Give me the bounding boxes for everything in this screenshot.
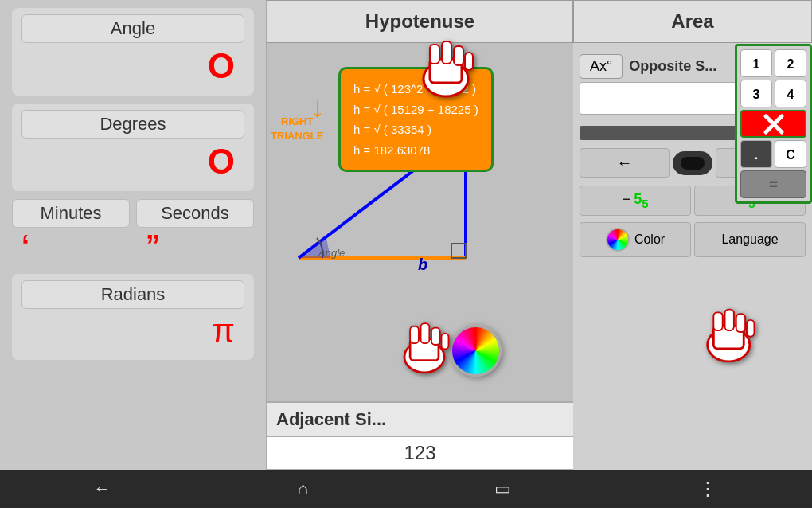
minutes-seconds-row: Minutes ‘ Seconds ” [12,199,254,264]
color-wheel-icon [606,228,630,252]
svg-rect-11 [465,53,473,70]
svg-rect-22 [725,310,734,331]
key-1[interactable]: 1 [740,49,772,77]
home-button[interactable]: ⌂ [298,479,308,499]
key-c[interactable]: C [775,140,806,168]
svg-rect-17 [442,334,449,350]
hand-cursor-bottom [398,318,458,389]
minutes-label[interactable]: Minutes [12,199,130,228]
svg-rect-24 [736,314,745,332]
color-button[interactable]: Color [580,222,691,257]
right-panel: Area 1 2 3 4 . C = [573,0,812,470]
svg-text:Angle: Angle [318,247,345,259]
angle-section: Angle O [12,8,254,96]
radians-label[interactable]: Radians [21,280,244,309]
svg-rect-16 [431,328,440,345]
degrees-section: Degrees O [12,104,254,191]
degrees-value: O [21,139,244,185]
svg-rect-3 [451,244,466,258]
left-panel: Angle O Degrees O Minutes ‘ Seconds ” Ra… [0,0,267,470]
seconds-col: Seconds ” [136,199,254,264]
key-4[interactable]: 4 [775,80,806,107]
formula-line3: h = √ ( 33354 ) [353,119,478,140]
decrement-button[interactable]: − 55 [580,186,691,216]
dec-value: 55 [634,191,648,207]
minus-icon: − [622,191,630,207]
opposite-label: Opposite S... [629,58,716,75]
degrees-label[interactable]: Degrees [21,110,244,139]
svg-text:b: b [418,256,427,273]
hand-cursor-right [701,303,764,378]
svg-rect-23 [713,312,722,330]
svg-rect-9 [430,45,439,64]
formula-line4: h = 182.63078 [353,140,478,161]
back-button[interactable]: ← [93,479,111,499]
recents-button[interactable]: ▭ [494,479,511,499]
nav-bar: ← ⌂ ▭ ⋮ [0,470,812,508]
minutes-col: Minutes ‘ [12,199,130,264]
radians-value: π [21,309,244,354]
more-button[interactable]: ⋮ [698,478,719,500]
ax-button[interactable]: Ax° [580,54,623,79]
language-button[interactable]: Language [694,222,806,257]
angle-value: O [21,43,244,89]
oval-button[interactable] [673,151,712,175]
adjacent-value[interactable]: 123 [267,437,573,470]
angle-label[interactable]: Angle [21,14,244,43]
key-dot[interactable]: . [740,140,772,168]
down-arrow-icon: ↓ [310,91,325,124]
svg-rect-10 [454,46,463,65]
middle-panel: Hypotenuse RIGHTTRIANGLE ↓ [267,0,573,470]
svg-rect-25 [747,320,754,337]
area-button[interactable]: Area [573,0,812,43]
radians-section: Radians π [12,274,254,360]
key-3[interactable]: 3 [740,80,772,107]
seconds-label[interactable]: Seconds [136,199,254,228]
color-label: Color [634,233,665,247]
svg-rect-14 [421,323,430,343]
key-equals[interactable]: = [740,170,806,198]
keypad: 1 2 3 4 . C = [735,44,812,204]
svg-rect-15 [410,326,419,343]
triangle-area: RIGHTTRIANGLE ↓ [267,43,573,401]
arrow-left-button[interactable]: ← [580,148,670,178]
minutes-value: ‘ [12,228,130,264]
key-2[interactable]: 2 [775,49,806,77]
adjacent-label[interactable]: Adjacent Si... [276,409,386,429]
language-label: Language [721,233,778,247]
key-delete-button[interactable] [740,110,806,138]
seconds-value: ” [136,228,254,264]
hand-cursor-top [418,35,482,114]
color-lang-row: Color Language [573,219,812,260]
svg-rect-8 [442,41,451,64]
adjacent-section: Adjacent Si... 123 [267,401,573,470]
